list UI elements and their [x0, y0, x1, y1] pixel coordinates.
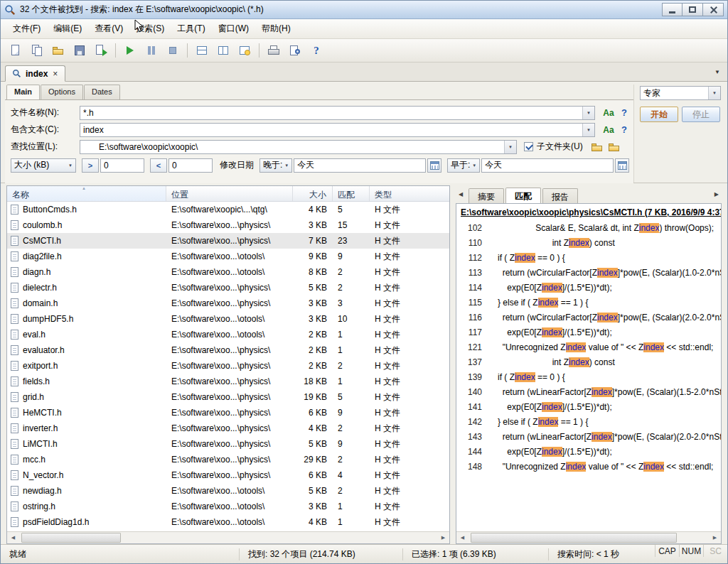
size-less-button[interactable]: <: [150, 158, 167, 173]
column-header-matches[interactable]: 匹配: [333, 186, 370, 201]
scroll-left-icon[interactable]: ◀: [7, 532, 19, 543]
containing-text-combo[interactable]: [80, 123, 595, 137]
minimize-button[interactable]: [662, 3, 682, 16]
containing-text-input[interactable]: [80, 124, 582, 136]
table-row[interactable]: exitport.h E:\software\xoo...\physics\ 2…: [7, 358, 449, 374]
match-line[interactable]: 121 "Unrecognized Zindex value of " << Z…: [456, 340, 721, 354]
match-line[interactable]: 113 return (wCircularFactor[Zindex]*pow(…: [456, 265, 721, 280]
start-button[interactable]: 开始: [640, 107, 678, 122]
text-match-case-toggle[interactable]: Aa: [601, 125, 616, 135]
table-row[interactable]: ostring.h E:\software\xoo...\otools\ 3 K…: [7, 499, 449, 514]
before-dropdown[interactable]: 早于:: [447, 158, 480, 173]
search-tab[interactable]: index ×: [5, 65, 65, 82]
menu-item-查看(V)[interactable]: 查看(V): [88, 19, 129, 38]
table-row[interactable]: diagn.h E:\software\xoo...\otools\ 8 KB …: [7, 264, 449, 280]
table-row[interactable]: coulomb.h E:\software\xoo...\physics\ 3 …: [7, 217, 449, 233]
print-button[interactable]: [264, 41, 284, 60]
print-preview-button[interactable]: [285, 41, 305, 60]
table-row[interactable]: HeMCTI.h E:\software\xoo...\physics\ 6 K…: [7, 405, 449, 421]
table-row[interactable]: mcc.h E:\software\xoo...\physics\ 29 KB …: [7, 452, 449, 467]
scheduled-searches-button[interactable]: [235, 41, 255, 60]
table-row[interactable]: fields.h E:\software\xoo...\physics\ 18 …: [7, 374, 449, 389]
menu-item-窗口(W)[interactable]: 窗口(W): [212, 19, 255, 38]
criteria-tab-main[interactable]: Main: [6, 85, 40, 99]
table-row[interactable]: psdFieldDiag1d.h E:\software\xoo...\otoo…: [7, 514, 449, 530]
filename-match-case-toggle[interactable]: Aa: [601, 108, 616, 118]
after-calendar-button[interactable]: [427, 158, 441, 173]
search-mode-dropdown-icon[interactable]: [708, 87, 720, 99]
containing-text-dropdown-icon[interactable]: [582, 124, 594, 136]
menu-item-搜索(S)[interactable]: 搜索(S): [129, 19, 171, 38]
copy-results-button[interactable]: [27, 41, 47, 60]
match-line[interactable]: 148 "Unrecognized Zindex value of " << Z…: [456, 459, 721, 474]
match-line[interactable]: 144 exp(E0[Zindex]/(1.5*E))*dt);: [456, 444, 721, 459]
look-in-dropdown-icon[interactable]: [504, 141, 516, 153]
size-unit-dropdown[interactable]: 大小 (kB): [11, 158, 76, 173]
menu-item-文件(F)[interactable]: 文件(F): [6, 19, 47, 38]
menu-item-工具(T)[interactable]: 工具(T): [171, 19, 211, 38]
filename-input[interactable]: [80, 107, 582, 119]
match-line[interactable]: 102 Scalar& E, Scalar& dt, int Zindex) t…: [456, 220, 721, 235]
toggle-results-view-button[interactable]: [192, 41, 212, 60]
match-line[interactable]: 114 exp(E0[Zindex]/(1.5*E))*dt);: [456, 280, 721, 295]
after-date-input[interactable]: [294, 158, 426, 173]
table-row[interactable]: dielectr.h E:\software\xoo...\physics\ 5…: [7, 280, 449, 295]
match-line[interactable]: 143 return (wLinearFactor[Zindex]*pow(E,…: [456, 429, 721, 444]
match-line[interactable]: 137 int Zindex) const: [456, 354, 721, 369]
browse-folder-button[interactable]: [589, 140, 606, 154]
close-button[interactable]: [703, 3, 724, 16]
start-search-button[interactable]: [120, 41, 140, 60]
look-in-input[interactable]: [80, 141, 504, 153]
match-line[interactable]: 112 if ( Zindex == 0 ) {: [456, 250, 721, 265]
match-line[interactable]: 110 int Zindex) const: [456, 235, 721, 250]
menu-item-帮助(H)[interactable]: 帮助(H): [255, 19, 297, 38]
table-row[interactable]: newdiag.h E:\software\xoo...\otools\ 5 K…: [7, 483, 449, 499]
preview-hscrollbar[interactable]: ◀ ▶: [456, 531, 721, 543]
tab-close-icon[interactable]: ×: [52, 69, 58, 79]
criteria-tab-options[interactable]: Options: [41, 85, 83, 99]
table-row[interactable]: inverter.h E:\software\xoo...\physics\ 4…: [7, 421, 449, 436]
filename-dropdown-icon[interactable]: [582, 107, 594, 119]
match-line[interactable]: 142 } else if ( Zindex == 1 ) {: [456, 414, 721, 429]
table-row[interactable]: dumpHDF5.h E:\software\xoo...\otools\ 3 …: [7, 311, 449, 327]
folder-list-button[interactable]: [606, 140, 623, 154]
table-row[interactable]: eval.h E:\software\xoo...\otools\ 2 KB 1…: [7, 327, 449, 342]
match-line[interactable]: 139 if ( Zindex == 0 ) {: [456, 369, 721, 384]
open-search-button[interactable]: [48, 41, 68, 60]
table-row[interactable]: ButtonCmds.h E:\software\xoopic\...\qtg\…: [7, 202, 449, 217]
table-row[interactable]: CsMCTI.h E:\software\xoo...\physics\ 7 K…: [7, 233, 449, 249]
toggle-split-view-button[interactable]: [213, 41, 233, 60]
column-header-type[interactable]: 类型: [370, 186, 449, 201]
export-results-button[interactable]: [91, 41, 111, 60]
match-line[interactable]: 115 } else if ( Zindex == 1 ) {: [456, 295, 721, 310]
maximize-button[interactable]: [682, 3, 703, 16]
scrollbar-thumb[interactable]: [471, 533, 677, 543]
table-row[interactable]: diag2file.h E:\software\xoo...\otools\ 9…: [7, 249, 449, 264]
filename-combo[interactable]: [80, 106, 595, 120]
stop-button[interactable]: 停止: [682, 107, 720, 122]
preview-tabs-scroll-right-icon[interactable]: ▶: [714, 191, 719, 197]
column-header-name[interactable]: 名称 ▲: [7, 186, 166, 201]
table-row[interactable]: LiMCTI.h E:\software\xoo...\physics\ 5 K…: [7, 436, 449, 452]
stop-search-button[interactable]: [163, 41, 183, 60]
before-calendar-button[interactable]: [615, 158, 629, 173]
match-line[interactable]: 140 return (wLinearFactor[Zindex]*pow(E,…: [456, 384, 721, 399]
table-row[interactable]: N_vector.h E:\software\xoo...\physics\ 6…: [7, 467, 449, 483]
subfolders-checkbox[interactable]: [524, 142, 533, 151]
scroll-right-icon[interactable]: ▶: [709, 532, 721, 543]
table-row[interactable]: grid.h E:\software\xoo...\physics\ 19 KB…: [7, 389, 449, 405]
menu-item-编辑(E)[interactable]: 编辑(E): [47, 19, 88, 38]
new-search-button[interactable]: [6, 41, 26, 60]
preview-tab-报告[interactable]: 报告: [542, 188, 578, 203]
tab-list-dropdown-icon[interactable]: ▼: [714, 69, 720, 75]
search-mode-combo[interactable]: 专家: [640, 86, 721, 100]
preview-tabs-scroll-left-icon[interactable]: ◀: [459, 191, 463, 197]
match-line[interactable]: 116 return (wCircularFactor[Zindex]*pow(…: [456, 310, 721, 325]
match-line[interactable]: 117 exp(E0[Zindex]/(1.5*E))*dt);: [456, 325, 721, 340]
before-date-input[interactable]: [481, 158, 614, 173]
after-dropdown[interactable]: 晚于:: [259, 158, 292, 173]
help-button[interactable]: [306, 41, 326, 60]
size-greater-button[interactable]: >: [82, 158, 99, 173]
preview-file-header[interactable]: E:\software\xoopic\xoopic\physics\CsMCTI…: [456, 205, 721, 220]
file-list-hscrollbar[interactable]: ◀ ▶: [7, 531, 449, 543]
